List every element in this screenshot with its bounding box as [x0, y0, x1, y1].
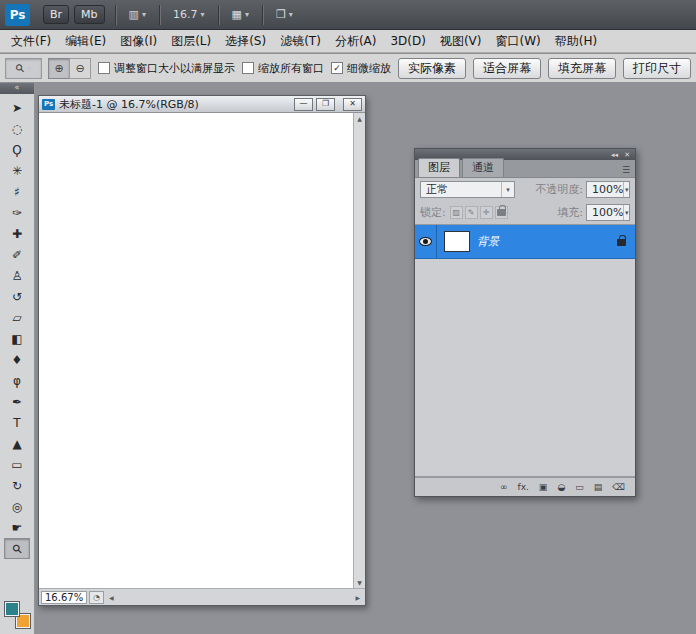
restore-button[interactable]: ❐: [316, 98, 335, 111]
canvas[interactable]: [39, 113, 353, 588]
menu-file[interactable]: 文件(F): [4, 31, 58, 52]
zoom-level-control[interactable]: 16.7 ▾: [170, 5, 208, 25]
status-info-button[interactable]: ◔: [89, 591, 104, 604]
screen-mode-icon: ❒: [276, 8, 286, 21]
gradient-tool[interactable]: ◧: [4, 328, 30, 349]
tab-layers[interactable]: 图层: [418, 158, 460, 177]
scroll-down-icon[interactable]: ▼: [357, 577, 362, 588]
close-icon: ✕: [349, 100, 356, 108]
new-layer-icon[interactable]: ▤: [594, 483, 603, 492]
fit-screen-button[interactable]: 适合屏幕: [473, 58, 541, 79]
resize-windows-checkbox[interactable]: 调整窗口大小以满屏显示: [98, 61, 235, 76]
layer-group-icon[interactable]: ▭: [575, 483, 584, 492]
layer-thumbnail[interactable]: [444, 231, 470, 252]
lock-buttons: ▨ ✎ ✛: [450, 206, 508, 219]
blur-tool[interactable]: ♦: [4, 349, 30, 370]
move-tool[interactable]: ➤: [4, 97, 30, 118]
layer-mask-icon[interactable]: ▣: [539, 483, 548, 492]
layer-style-icon[interactable]: fx.: [518, 483, 529, 492]
history-brush-tool[interactable]: ↺: [4, 286, 30, 307]
document-icon: Ps: [42, 99, 55, 110]
fill-select[interactable]: 100% ▾: [586, 204, 630, 221]
layer-name[interactable]: 背景: [477, 234, 499, 249]
background-color-swatch[interactable]: [16, 614, 30, 628]
scroll-left-icon[interactable]: ◀: [109, 594, 114, 601]
path-selection-tool[interactable]: ▲: [4, 433, 30, 454]
fill-screen-button[interactable]: 填充屏幕: [548, 58, 616, 79]
link-layers-icon[interactable]: ∞: [500, 483, 508, 492]
zoom-out-button[interactable]: ⊖: [69, 58, 91, 79]
screen-mode-button[interactable]: ❒ ▾: [273, 5, 296, 25]
hand-tool[interactable]: ☛: [4, 517, 30, 538]
view-extras-button[interactable]: ▥ ▾: [126, 5, 149, 25]
zoom-tool[interactable]: ⚲: [4, 538, 30, 559]
tool-preset-picker[interactable]: ⚲ ▾: [5, 58, 42, 79]
mini-bridge-button[interactable]: Mb: [74, 5, 104, 24]
menu-help[interactable]: 帮助(H): [548, 31, 604, 52]
scrubby-zoom-checkbox[interactable]: ✓ 细微缩放: [331, 61, 391, 76]
healing-brush-tool[interactable]: ✚: [4, 223, 30, 244]
3d-orbit-tool[interactable]: ◎: [4, 496, 30, 517]
zoom-tool-icon: ⚲: [13, 61, 28, 76]
foreground-color-swatch[interactable]: [5, 602, 19, 616]
application-bar: Ps Br Mb ▥ ▾ 16.7 ▾ ▦ ▾ ❒ ▾: [0, 0, 696, 30]
menu-image[interactable]: 图像(I): [113, 31, 164, 52]
lock-transparency-icon[interactable]: ▨: [450, 206, 463, 219]
zoom-level-value: 16.7: [173, 8, 198, 21]
scroll-right-icon[interactable]: ▶: [355, 594, 360, 601]
menu-edit[interactable]: 编辑(E): [58, 31, 113, 52]
adjustment-layer-icon[interactable]: ◒: [557, 483, 565, 492]
print-size-button[interactable]: 打印尺寸: [623, 58, 691, 79]
lock-pixels-icon[interactable]: ✎: [465, 206, 478, 219]
type-tool[interactable]: T: [4, 412, 30, 433]
minimize-icon: —: [300, 100, 308, 108]
collapse-arrows-icon[interactable]: ◂◂: [611, 151, 618, 159]
shape-tool[interactable]: ▭: [4, 454, 30, 475]
clone-stamp-tool[interactable]: ♙: [4, 265, 30, 286]
marquee-tool[interactable]: ◌: [4, 118, 30, 139]
panel-close-icon[interactable]: ✕: [624, 151, 630, 159]
menu-select[interactable]: 选择(S): [218, 31, 273, 52]
crop-tool[interactable]: ♯: [4, 181, 30, 202]
actual-pixels-button[interactable]: 实际像素: [398, 58, 466, 79]
blend-mode-select[interactable]: 正常 ▾: [420, 181, 515, 198]
blend-mode-row: 正常 ▾ 不透明度: 100% ▾: [415, 178, 635, 201]
layer-row-background[interactable]: 背景: [415, 225, 635, 259]
lasso-tool[interactable]: Ϙ: [4, 139, 30, 160]
dodge-tool[interactable]: φ: [4, 370, 30, 391]
3d-rotate-tool[interactable]: ↻: [4, 475, 30, 496]
menu-layer[interactable]: 图层(L): [164, 31, 218, 52]
tab-channels[interactable]: 通道: [462, 158, 504, 177]
layer-visibility-toggle[interactable]: [415, 225, 437, 258]
eraser-tool[interactable]: ▱: [4, 307, 30, 328]
menu-window[interactable]: 窗口(W): [489, 31, 548, 52]
menu-view[interactable]: 视图(V): [433, 31, 489, 52]
panel-menu-icon[interactable]: ☰: [620, 165, 632, 177]
vertical-scrollbar[interactable]: ▲ ▼: [353, 113, 365, 588]
zoom-percentage-field[interactable]: 16.67%: [41, 591, 87, 604]
tools-panel-collapse-button[interactable]: «: [0, 83, 34, 94]
opacity-select[interactable]: 100% ▾: [586, 181, 630, 198]
photoshop-workspace: Ps Br Mb ▥ ▾ 16.7 ▾ ▦ ▾ ❒ ▾ 文件(F) 编辑(E) …: [0, 0, 696, 634]
quick-selection-tool[interactable]: ✳: [4, 160, 30, 181]
lock-all-icon[interactable]: [495, 206, 508, 219]
minimize-button[interactable]: —: [294, 98, 313, 111]
close-button[interactable]: ✕: [343, 98, 362, 111]
eyedropper-tool[interactable]: ✑: [4, 202, 30, 223]
zoom-all-windows-checkbox[interactable]: 缩放所有窗口: [242, 61, 324, 76]
menu-filter[interactable]: 滤镜(T): [273, 31, 328, 52]
delete-layer-icon[interactable]: ⌫: [612, 483, 625, 492]
horizontal-scrollbar[interactable]: ◀ ▶: [106, 591, 363, 604]
document-title-bar[interactable]: Ps 未标题-1 @ 16.7%(RGB/8) — ❐ ✕: [39, 96, 365, 113]
scroll-up-icon[interactable]: ▲: [357, 113, 362, 124]
document-client-area: ▲ ▼ 16.67% ◔ ◀ ▶: [39, 113, 365, 605]
brush-tool[interactable]: ✐: [4, 244, 30, 265]
lock-position-icon[interactable]: ✛: [480, 206, 493, 219]
menu-3d[interactable]: 3D(D): [383, 32, 432, 50]
arrange-documents-button[interactable]: ▦ ▾: [229, 5, 252, 25]
bridge-button[interactable]: Br: [43, 5, 69, 24]
menu-analysis[interactable]: 分析(A): [328, 31, 384, 52]
zoom-in-button[interactable]: ⊕: [48, 58, 70, 79]
pen-tool[interactable]: ✒: [4, 391, 30, 412]
zoom-mode-buttons: ⊕ ⊖: [49, 58, 91, 79]
